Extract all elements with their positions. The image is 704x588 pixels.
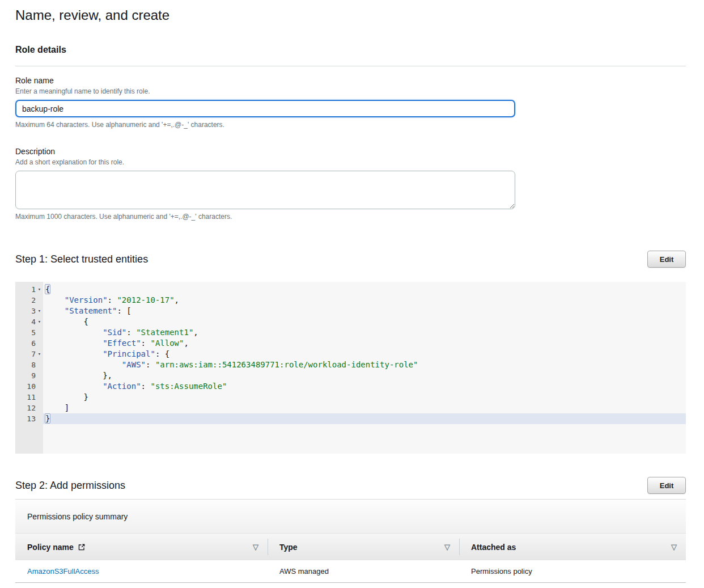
sort-icon[interactable]: ▽: [253, 543, 258, 551]
line-number: 2: [15, 295, 36, 306]
permissions-summary-panel: Permissions policy summary Policy name ▽…: [15, 499, 686, 583]
table-row: AmazonS3FullAccessAWS managedPermissions…: [15, 560, 686, 583]
fold-icon[interactable]: ▾: [36, 316, 43, 327]
code-text: "Principal": {: [43, 349, 169, 359]
code-text: },: [43, 370, 112, 381]
fold-spacer: [36, 370, 43, 381]
line-number: 11: [15, 392, 36, 403]
code-line-7[interactable]: 7▾ "Principal": {: [15, 349, 686, 359]
role-name-constraint: Maximum 64 characters. Use alphanumeric …: [15, 121, 686, 129]
fold-spacer: [36, 392, 43, 403]
step1-title: Step 1: Select trusted entities: [15, 253, 148, 265]
line-number: 5: [15, 327, 36, 338]
sort-icon[interactable]: ▽: [444, 543, 450, 551]
column-header-attached-as[interactable]: Attached as ▽: [459, 534, 686, 560]
code-line-5[interactable]: 5 "Sid": "Statement1",: [15, 327, 686, 338]
sort-icon[interactable]: ▽: [671, 543, 677, 551]
code-line-9[interactable]: 9 },: [15, 370, 686, 381]
role-name-field: Role name Enter a meaningful name to ide…: [15, 76, 686, 129]
role-name-input[interactable]: [15, 100, 515, 117]
fold-icon[interactable]: ▾: [36, 284, 43, 295]
line-number: 3: [15, 306, 36, 316]
code-text: {: [43, 284, 50, 295]
fold-spacer: [36, 295, 43, 306]
code-line-12[interactable]: 12 ]: [15, 403, 686, 413]
policy-name-cell: AmazonS3FullAccess: [15, 567, 268, 576]
column-header-type[interactable]: Type ▽: [268, 534, 459, 560]
policy-attached-as-cell: Permissions policy: [459, 567, 686, 576]
policy-name-link[interactable]: AmazonS3FullAccess: [27, 567, 99, 576]
description-field: Description Add a short explanation for …: [15, 147, 686, 221]
role-name-help: Enter a meaningful name to identify this…: [15, 87, 686, 96]
line-number: 12: [15, 403, 36, 413]
description-constraint: Maximum 1000 characters. Use alphanumeri…: [15, 213, 686, 221]
policy-type-cell: AWS managed: [268, 567, 459, 576]
role-details-heading: Role details: [15, 44, 686, 55]
line-number: 8: [15, 359, 36, 370]
code-line-1[interactable]: 1▾{: [15, 284, 686, 295]
table-header-row: Policy name ▽ Type ▽ Attached as ▽: [15, 533, 686, 560]
code-line-6[interactable]: 6 "Effect": "Allow",: [15, 338, 686, 349]
code-text: "AWS": "arn:aws:iam::541263489771:role/w…: [43, 359, 418, 370]
code-text: "Sid": "Statement1",: [43, 327, 198, 338]
description-label: Description: [15, 147, 686, 156]
fold-spacer: [36, 359, 43, 370]
fold-icon[interactable]: ▾: [36, 306, 43, 316]
fold-spacer: [36, 403, 43, 413]
code-line-10[interactable]: 10 "Action": "sts:AssumeRole": [15, 381, 686, 392]
step2-header: Step 2: Add permissions Edit: [15, 477, 686, 494]
fold-icon[interactable]: ▾: [36, 349, 43, 359]
code-line-4[interactable]: 4▾ {: [15, 316, 686, 327]
description-help: Add a short explanation for this role.: [15, 158, 686, 167]
step1-edit-button[interactable]: Edit: [647, 251, 686, 268]
code-text: "Version": "2012-10-17",: [43, 295, 179, 306]
code-text: {: [43, 316, 88, 327]
fold-spacer: [36, 327, 43, 338]
code-text: "Statement": [: [43, 306, 132, 316]
role-name-label: Role name: [15, 76, 686, 86]
line-number: 7: [15, 349, 36, 359]
description-input[interactable]: [15, 171, 515, 209]
step2-edit-button[interactable]: Edit: [647, 477, 686, 494]
code-text: }: [43, 413, 50, 424]
step1-header: Step 1: Select trusted entities Edit: [15, 251, 686, 268]
code-line-2[interactable]: 2 "Version": "2012-10-17",: [15, 295, 686, 306]
fold-spacer: [36, 381, 43, 392]
external-link-icon: [78, 543, 86, 551]
code-line-11[interactable]: 11 }: [15, 392, 686, 403]
name-review-create-page: Name, review, and create Role details Ro…: [0, 0, 704, 588]
code-line-8[interactable]: 8 "AWS": "arn:aws:iam::541263489771:role…: [15, 359, 686, 370]
column-header-policy-name[interactable]: Policy name ▽: [15, 534, 268, 560]
line-number: 4: [15, 316, 36, 327]
section-divider: [15, 66, 686, 66]
line-number: 13: [15, 413, 36, 424]
page-title: Name, review, and create: [15, 6, 686, 25]
code-text: "Effect": "Allow",: [43, 338, 189, 349]
code-text: }: [43, 392, 88, 403]
code-line-3[interactable]: 3▾ "Statement": [: [15, 306, 686, 316]
permissions-summary-title: Permissions policy summary: [15, 500, 686, 533]
trust-policy-editor[interactable]: 1▾{2 "Version": "2012-10-17",3▾ "Stateme…: [15, 282, 686, 454]
line-number: 1: [15, 284, 36, 295]
line-number: 6: [15, 338, 36, 349]
line-number: 10: [15, 381, 36, 392]
line-number: 9: [15, 370, 36, 381]
code-text: ]: [43, 403, 69, 413]
fold-spacer: [36, 338, 43, 349]
code-line-13[interactable]: 13}: [15, 413, 686, 424]
step2-title: Step 2: Add permissions: [15, 479, 125, 492]
code-text: "Action": "sts:AssumeRole": [43, 381, 227, 392]
fold-spacer: [36, 413, 43, 424]
